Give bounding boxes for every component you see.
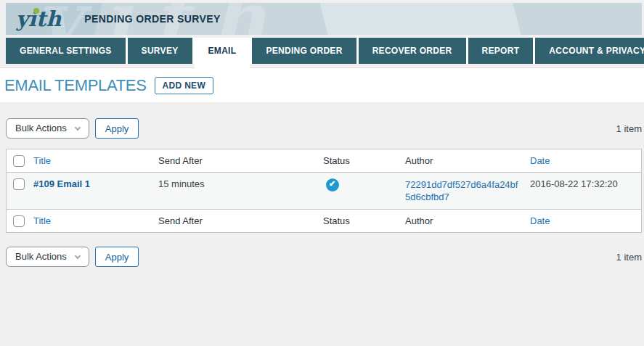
page-title-band: EMAIL TEMPLATES ADD NEW [0,67,644,102]
column-status: Status [323,155,350,166]
tab-account-privacy[interactable]: ACCOUNT & PRIVACY [533,38,644,64]
plugin-header-banner: yith yith PENDING ORDER SURVEY [6,3,642,35]
column-author: Author [405,155,433,166]
tab-email[interactable]: EMAIL [192,38,250,64]
bulk-actions-group-bottom: Bulk Actions Apply [6,247,139,267]
chevron-down-icon [75,125,81,131]
tab-recover-order[interactable]: RECOVER ORDER [356,38,466,64]
tab-general-settings[interactable]: GENERAL SETTINGS [6,38,126,64]
status-active-icon[interactable] [326,178,339,191]
row-date: 2016-08-22 17:32:20 [530,178,618,189]
column-date-sort[interactable]: Date [530,155,550,166]
item-count: 1 item [616,123,642,134]
column-send-after-bottom: Send After [158,215,203,226]
add-new-button[interactable]: ADD NEW [155,77,213,94]
apply-button-bottom[interactable]: Apply [95,247,139,267]
column-send-after: Send After [158,155,203,166]
column-date-sort-bottom[interactable]: Date [530,215,550,226]
tab-survey[interactable]: SURVEY [126,38,192,64]
yith-logo: yith [16,4,61,33]
apply-button[interactable]: Apply [95,118,139,139]
column-title-sort-bottom[interactable]: Title [33,215,51,226]
row-author-link[interactable]: 72291dd7df527d6a4fa24bf5d6cbfbd7 [405,178,521,203]
page-title: EMAIL TEMPLATES [4,75,147,95]
row-title-link[interactable]: #109 Email 1 [33,178,90,189]
row-checkbox[interactable] [13,178,25,190]
column-title-sort[interactable]: Title [33,155,51,166]
logo-green-dot-icon [33,8,39,14]
bulk-actions-select[interactable]: Bulk Actions [6,118,89,139]
item-count-bottom: 1 item [616,252,642,263]
select-all-checkbox[interactable] [13,155,25,167]
select-all-checkbox-bottom[interactable] [13,215,25,227]
plugin-title: PENDING ORDER SURVEY [84,13,220,25]
tablenav-top: Bulk Actions Apply 1 item [6,118,642,139]
table-header-row: Title Send After Status Author Date [7,149,642,173]
tab-pending-order[interactable]: PENDING ORDER [250,38,356,64]
tab-report[interactable]: REPORT [466,38,534,64]
row-send-after: 15 minutes [158,178,205,189]
column-status-bottom: Status [323,215,350,226]
table-footer-row: Title Send After Status Author Date [7,210,642,233]
bulk-actions-select-bottom[interactable]: Bulk Actions [6,247,89,267]
bulk-actions-label: Bulk Actions [15,123,67,133]
bulk-actions-label-bottom: Bulk Actions [15,251,67,262]
email-templates-table: Title Send After Status Author Date #109… [6,149,642,233]
bulk-actions-group: Bulk Actions Apply [6,118,139,139]
list-table-wrap: Bulk Actions Apply 1 item Title Send Aft… [6,118,642,268]
plugin-admin-page: yith yith PENDING ORDER SURVEY GENERAL S… [0,3,644,268]
table-row: #109 Email 1 15 minutes 72291dd7df527d6a… [7,173,642,210]
tablenav-bottom: Bulk Actions Apply 1 item [6,246,642,268]
chevron-down-icon [75,253,81,259]
column-author-bottom: Author [405,215,433,226]
settings-tabs: GENERAL SETTINGS SURVEY EMAIL PENDING OR… [6,38,644,64]
